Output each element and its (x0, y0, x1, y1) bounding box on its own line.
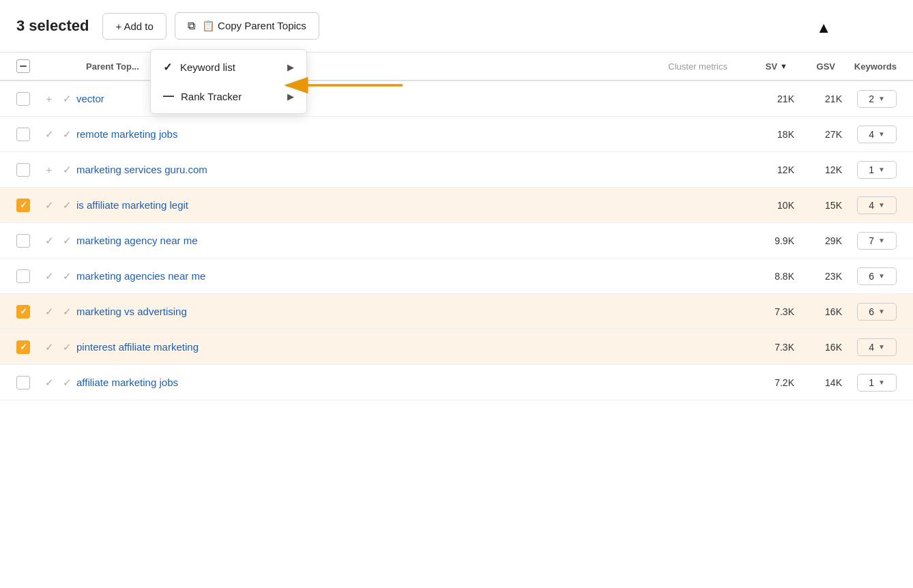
table-body: +✓vector21K21K2▼✓✓remote marketing jobs1… (0, 81, 913, 400)
keyword-link[interactable]: is affiliate marketing legit (76, 199, 740, 211)
keywords-dropdown[interactable]: 6▼ (842, 303, 897, 321)
action-icon[interactable]: ✓ (41, 128, 57, 141)
table-header: Parent Top... Cluster metrics SV ▼ GSV K… (0, 53, 913, 81)
dropdown-item-keyword-list[interactable]: ✓ Keyword list ▶ (151, 53, 306, 82)
col-keywords-header: Keywords (835, 61, 897, 72)
gsv-value: 27K (794, 129, 842, 140)
keyword-link[interactable]: marketing vs advertising (76, 306, 740, 317)
sv-value: 9.9K (740, 235, 794, 246)
table-row: +✓marketing services guru.com12K12K1▼ (0, 152, 913, 188)
dropdown-item-rank-tracker[interactable]: — Rank Tracker ▶ (151, 82, 306, 111)
table-row: ✓✓is affiliate marketing legit10K15K4▼ (0, 188, 913, 223)
cursor: ▲ (816, 19, 831, 37)
select-all-checkbox[interactable] (16, 59, 41, 73)
row-checkbox[interactable] (16, 234, 30, 248)
table-row: ✓✓affiliate marketing jobs7.2K14K1▼ (0, 365, 913, 400)
row-checkbox[interactable] (16, 199, 30, 212)
action-icon[interactable]: + (41, 93, 57, 104)
gsv-value: 29K (794, 235, 842, 246)
row-checkbox[interactable] (16, 92, 30, 106)
keywords-dropdown[interactable]: 4▼ (842, 338, 897, 356)
row-checkbox[interactable] (16, 305, 30, 319)
sv-value: 7.2K (740, 377, 794, 388)
cluster-metrics-label: Cluster metrics (668, 61, 733, 72)
keyword-link[interactable]: pinterest affiliate marketing (76, 341, 740, 353)
keywords-dropdown[interactable]: 4▼ (842, 196, 897, 214)
row-checkbox[interactable] (16, 128, 30, 141)
keywords-box[interactable]: 1▼ (857, 374, 897, 392)
rank-tracker-label: Rank Tracker (181, 91, 242, 102)
table-row: +✓vector21K21K2▼ (0, 81, 913, 117)
action-icon[interactable]: ✓ (41, 377, 57, 389)
chevron-right-icon: ▶ (287, 62, 294, 72)
keywords-box[interactable]: 6▼ (857, 267, 897, 285)
keyword-link[interactable]: marketing agency near me (76, 235, 740, 246)
keywords-dropdown[interactable]: 6▼ (842, 267, 897, 285)
gsv-value: 12K (794, 164, 842, 175)
status-icon: ✓ (57, 199, 76, 211)
sv-value: 12K (740, 164, 794, 175)
minus-icon (20, 65, 27, 67)
row-checkbox[interactable] (16, 163, 30, 177)
gsv-value: 21K (794, 93, 842, 104)
keywords-dropdown[interactable]: 4▼ (842, 126, 897, 143)
table-row: ✓✓marketing vs advertising7.3K16K6▼ (0, 294, 913, 329)
dropdown-menu: ✓ Keyword list ▶ — Rank Tracker ▶ (150, 49, 307, 114)
action-icon[interactable]: ✓ (41, 199, 57, 211)
action-icon[interactable]: ✓ (41, 235, 57, 247)
table-row: ✓✓pinterest affiliate marketing7.3K16K4▼ (0, 329, 913, 365)
status-icon: ✓ (57, 306, 76, 318)
sv-value: 7.3K (740, 342, 794, 353)
gsv-value: 16K (794, 342, 842, 353)
table-row: ✓✓marketing agencies near me8.8K23K6▼ (0, 259, 913, 294)
gsv-value: 15K (794, 200, 842, 211)
status-icon: ✓ (57, 93, 76, 105)
action-icon[interactable]: ✓ (41, 341, 57, 353)
chevron-right-icon-2: ▶ (287, 91, 294, 102)
sv-value: 21K (740, 93, 794, 104)
keywords-box[interactable]: 6▼ (857, 303, 897, 321)
copy-parent-topics-button[interactable]: ⧉ 📋 Copy Parent Topics (175, 12, 319, 40)
table-row: ✓✓remote marketing jobs18K27K4▼ (0, 117, 913, 152)
keyword-link[interactable]: remote marketing jobs (76, 128, 740, 140)
row-checkbox[interactable] (16, 269, 30, 283)
sv-value: 8.8K (740, 271, 794, 282)
gsv-value: 23K (794, 271, 842, 282)
keywords-dropdown[interactable]: 2▼ (842, 90, 897, 108)
keywords-box[interactable]: 7▼ (857, 232, 897, 250)
keywords-dropdown[interactable]: 1▼ (842, 374, 897, 392)
status-icon: ✓ (57, 235, 76, 247)
keywords-box[interactable]: 4▼ (857, 338, 897, 356)
keywords-box[interactable]: 4▼ (857, 196, 897, 214)
table: Parent Top... Cluster metrics SV ▼ GSV K… (0, 53, 913, 400)
add-to-button[interactable]: + Add to (102, 13, 166, 40)
keyword-link[interactable]: affiliate marketing jobs (76, 377, 740, 388)
row-checkbox[interactable] (16, 340, 30, 354)
action-icon[interactable]: ✓ (41, 306, 57, 318)
keyword-link[interactable]: marketing agencies near me (76, 270, 740, 282)
gsv-value: 16K (794, 306, 842, 317)
keywords-box[interactable]: 2▼ (857, 90, 897, 108)
status-icon: ✓ (57, 341, 76, 353)
copy-icon: ⧉ (188, 20, 195, 32)
action-icon[interactable]: ✓ (41, 270, 57, 282)
keywords-box[interactable]: 1▼ (857, 161, 897, 179)
col-gsv-header: GSV (787, 61, 835, 72)
keyword-link[interactable]: marketing services guru.com (76, 164, 740, 175)
selected-count: 3 selected (16, 17, 89, 35)
toolbar: 3 selected + Add to ⧉ 📋 Copy Parent Topi… (0, 0, 913, 53)
status-icon: ✓ (57, 128, 76, 141)
col-sv-header[interactable]: SV ▼ (733, 61, 787, 72)
dash-icon: — (163, 90, 173, 102)
sv-value: 7.3K (740, 306, 794, 317)
keywords-box[interactable]: 4▼ (857, 126, 897, 143)
sv-value: 18K (740, 129, 794, 140)
gsv-value: 14K (794, 377, 842, 388)
keyword-list-label: Keyword list (180, 61, 235, 73)
row-checkbox[interactable] (16, 376, 30, 389)
action-icon[interactable]: + (41, 164, 57, 175)
keywords-dropdown[interactable]: 1▼ (842, 161, 897, 179)
status-icon: ✓ (57, 270, 76, 282)
table-row: ✓✓marketing agency near me9.9K29K7▼ (0, 223, 913, 259)
keywords-dropdown[interactable]: 7▼ (842, 232, 897, 250)
